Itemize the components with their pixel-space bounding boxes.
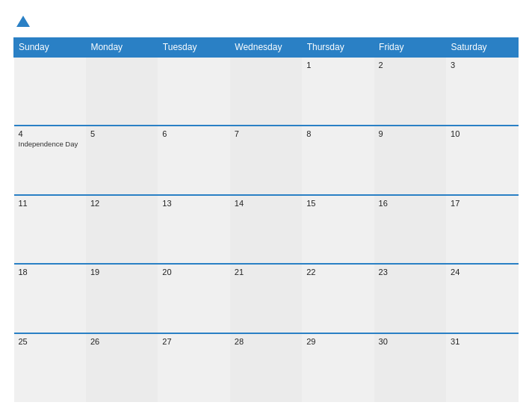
calendar-thead: SundayMondayTuesdayWednesdayThursdayFrid… <box>14 38 519 58</box>
day-number: 25 <box>19 337 81 346</box>
calendar-week-row: 11121314151617 <box>14 195 519 264</box>
day-number: 3 <box>451 61 513 69</box>
calendar-week-row: 4Independence Day5678910 <box>14 126 519 194</box>
calendar-cell: 7 <box>230 126 302 194</box>
calendar-cell: 22 <box>302 264 374 333</box>
calendar-cell: 31 <box>446 333 518 402</box>
calendar-week-row: 18192021222324 <box>14 264 519 333</box>
weekday-friday: Friday <box>374 38 446 58</box>
calendar-cell <box>158 57 229 126</box>
day-number: 9 <box>379 129 442 138</box>
day-number: 18 <box>19 268 81 276</box>
weekday-header-row: SundayMondayTuesdayWednesdayThursdayFrid… <box>14 38 519 58</box>
calendar-cell: 12 <box>86 195 158 264</box>
calendar-cell: 30 <box>374 333 446 402</box>
day-number: 1 <box>306 61 369 69</box>
calendar-cell: 29 <box>302 333 374 402</box>
calendar-cell: 19 <box>86 264 158 333</box>
day-number: 12 <box>90 199 153 208</box>
day-number: 23 <box>379 268 442 276</box>
day-number: 7 <box>235 129 297 138</box>
event-label: Independence Day <box>19 140 81 148</box>
day-number: 5 <box>90 129 153 138</box>
weekday-sunday: Sunday <box>14 38 86 58</box>
day-number: 16 <box>379 199 442 208</box>
weekday-saturday: Saturday <box>446 38 518 58</box>
calendar-cell <box>14 57 86 126</box>
day-number: 17 <box>451 199 513 208</box>
day-number: 4 <box>19 129 81 138</box>
calendar-cell: 14 <box>230 195 302 264</box>
day-number: 29 <box>306 337 369 346</box>
calendar-cell: 3 <box>446 57 518 126</box>
calendar-cell: 17 <box>446 195 518 264</box>
calendar-cell: 15 <box>302 195 374 264</box>
day-number: 13 <box>162 199 225 208</box>
calendar-cell <box>230 57 302 126</box>
day-number: 30 <box>379 337 442 346</box>
calendar-cell: 18 <box>14 264 86 333</box>
day-number: 8 <box>306 129 369 138</box>
day-number: 27 <box>162 337 225 346</box>
calendar-cell <box>86 57 158 126</box>
calendar-page: SundayMondayTuesdayWednesdayThursdayFrid… <box>0 0 532 411</box>
logo-triangle-icon <box>15 13 31 30</box>
calendar-table: SundayMondayTuesdayWednesdayThursdayFrid… <box>13 37 519 402</box>
calendar-cell: 6 <box>158 126 229 194</box>
calendar-cell: 13 <box>158 195 229 264</box>
weekday-thursday: Thursday <box>302 38 374 58</box>
calendar-cell: 28 <box>230 333 302 402</box>
calendar-tbody: 1234Independence Day56789101112131415161… <box>14 57 519 402</box>
calendar-cell: 25 <box>14 333 86 402</box>
weekday-wednesday: Wednesday <box>230 38 302 58</box>
calendar-week-row: 25262728293031 <box>14 333 519 402</box>
day-number: 2 <box>379 61 442 69</box>
calendar-cell: 21 <box>230 264 302 333</box>
calendar-cell: 9 <box>374 126 446 194</box>
calendar-cell: 8 <box>302 126 374 194</box>
calendar-week-row: 123 <box>14 57 519 126</box>
day-number: 10 <box>451 129 513 138</box>
day-number: 15 <box>306 199 369 208</box>
calendar-cell: 1 <box>302 57 374 126</box>
day-number: 6 <box>162 129 225 138</box>
calendar-cell: 4Independence Day <box>14 126 86 194</box>
calendar-cell: 27 <box>158 333 229 402</box>
calendar-header <box>13 13 519 30</box>
day-number: 20 <box>162 268 225 276</box>
day-number: 28 <box>235 337 297 346</box>
calendar-cell: 23 <box>374 264 446 333</box>
weekday-monday: Monday <box>86 38 158 58</box>
day-number: 26 <box>90 337 153 346</box>
day-number: 24 <box>451 268 513 276</box>
calendar-cell: 16 <box>374 195 446 264</box>
logo <box>13 13 31 30</box>
day-number: 22 <box>306 268 369 276</box>
svg-marker-0 <box>16 16 30 27</box>
calendar-cell: 24 <box>446 264 518 333</box>
calendar-cell: 11 <box>14 195 86 264</box>
calendar-cell: 26 <box>86 333 158 402</box>
calendar-cell: 5 <box>86 126 158 194</box>
day-number: 21 <box>235 268 297 276</box>
day-number: 31 <box>451 337 513 346</box>
calendar-cell: 20 <box>158 264 229 333</box>
calendar-cell: 10 <box>446 126 518 194</box>
calendar-cell: 2 <box>374 57 446 126</box>
day-number: 14 <box>235 199 297 208</box>
day-number: 11 <box>19 199 81 208</box>
day-number: 19 <box>90 268 153 276</box>
weekday-tuesday: Tuesday <box>158 38 229 58</box>
